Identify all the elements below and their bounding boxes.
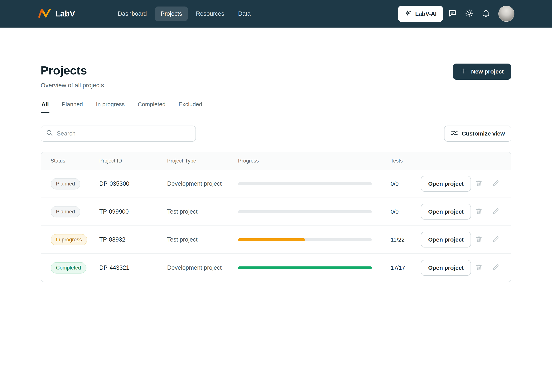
- project-type: Test project: [167, 236, 238, 243]
- delete-button[interactable]: [472, 232, 486, 247]
- labv-ai-button[interactable]: LabV-AI: [398, 6, 443, 22]
- tab-planned[interactable]: Planned: [61, 99, 84, 113]
- progress-bar: [238, 238, 372, 241]
- tab-all[interactable]: All: [41, 99, 50, 113]
- status-badge: Planned: [51, 178, 80, 189]
- user-avatar[interactable]: [498, 6, 515, 22]
- nav-item-projects[interactable]: Projects: [155, 7, 188, 21]
- table-header-row: Status Project ID Project-Type Progress …: [41, 152, 511, 170]
- status-filter-tabs: All Planned In progress Completed Exclud…: [41, 99, 511, 113]
- project-id: DP-443321: [99, 264, 167, 271]
- project-id: TP-83932: [99, 236, 167, 243]
- edit-button[interactable]: [488, 232, 503, 247]
- tests-count: 11/22: [391, 236, 421, 243]
- delete-button[interactable]: [472, 176, 486, 191]
- nav-item-dashboard[interactable]: Dashboard: [112, 7, 153, 21]
- edit-button[interactable]: [488, 260, 503, 275]
- bell-icon: [482, 9, 490, 19]
- new-project-button[interactable]: New project: [453, 63, 511, 80]
- column-header-project-type: Project-Type: [167, 158, 238, 164]
- edit-button[interactable]: [488, 204, 503, 219]
- settings-button[interactable]: [462, 6, 477, 21]
- page-subtitle: Overview of all projects: [41, 82, 104, 89]
- main-nav: Dashboard Projects Resources Data: [112, 7, 256, 21]
- table-row: Planned TP-099900 Test project 0/0 Open …: [41, 198, 511, 226]
- project-type: Test project: [167, 208, 238, 215]
- chat-button[interactable]: [445, 6, 460, 21]
- brand-logo: LabV: [37, 8, 75, 20]
- table-toolbar: Customize view: [41, 126, 511, 142]
- progress-bar: [238, 182, 372, 185]
- tab-excluded[interactable]: Excluded: [178, 99, 203, 113]
- tests-count: 17/17: [391, 265, 421, 271]
- open-project-button[interactable]: Open project: [421, 260, 471, 276]
- open-project-button[interactable]: Open project: [421, 204, 471, 220]
- tests-count: 0/0: [391, 181, 421, 187]
- progress-fill: [238, 238, 305, 241]
- labv-ai-label: LabV-AI: [415, 11, 437, 17]
- page-title: Projects: [41, 63, 104, 77]
- pencil-icon: [492, 263, 500, 272]
- column-header-project-id: Project ID: [99, 158, 167, 164]
- table-row: Planned DP-035300 Development project 0/…: [41, 170, 511, 198]
- page-header: Projects Overview of all projects New pr…: [41, 63, 511, 89]
- new-project-label: New project: [471, 68, 504, 75]
- delete-button[interactable]: [472, 260, 486, 275]
- tests-count: 0/0: [391, 209, 421, 215]
- gear-icon: [465, 9, 474, 19]
- app: LabV Dashboard Projects Resources Data L…: [0, 0, 552, 392]
- project-id: DP-035300: [99, 180, 167, 187]
- brand-name: LabV: [55, 9, 75, 18]
- notifications-button[interactable]: [478, 6, 494, 21]
- customize-view-button[interactable]: Customize view: [444, 126, 511, 142]
- search-input[interactable]: [57, 130, 191, 137]
- column-header-status: Status: [51, 158, 99, 164]
- nav-item-data[interactable]: Data: [232, 7, 256, 21]
- labv-logo-icon: [37, 8, 51, 20]
- sliders-icon: [450, 129, 458, 138]
- customize-view-label: Customize view: [462, 130, 505, 137]
- open-project-button[interactable]: Open project: [421, 232, 471, 247]
- open-project-button[interactable]: Open project: [421, 176, 471, 192]
- chat-icon: [448, 9, 457, 19]
- projects-table: Status Project ID Project-Type Progress …: [41, 152, 511, 282]
- tab-completed[interactable]: Completed: [137, 99, 166, 113]
- trash-icon: [475, 207, 483, 216]
- status-badge: In progress: [51, 234, 87, 245]
- pencil-icon: [492, 235, 500, 244]
- status-badge: Completed: [51, 262, 87, 273]
- progress-fill: [238, 266, 372, 269]
- search-icon: [46, 129, 53, 138]
- plus-icon: [460, 68, 467, 76]
- project-type: Development project: [167, 264, 238, 271]
- sparkles-icon: [404, 10, 412, 18]
- column-header-progress: Progress: [238, 158, 391, 164]
- search-box: [41, 126, 196, 142]
- top-navbar: LabV Dashboard Projects Resources Data L…: [0, 0, 552, 28]
- trash-icon: [475, 179, 483, 188]
- table-row: Completed DP-443321 Development project …: [41, 254, 511, 282]
- pencil-icon: [492, 207, 500, 216]
- project-type: Development project: [167, 180, 238, 187]
- table-row: In progress TP-83932 Test project 11/22 …: [41, 226, 511, 254]
- project-id: TP-099900: [99, 208, 167, 215]
- progress-bar: [238, 210, 372, 213]
- pencil-icon: [492, 179, 500, 188]
- edit-button[interactable]: [488, 176, 503, 191]
- trash-icon: [475, 235, 483, 244]
- column-header-tests: Tests: [391, 158, 421, 164]
- tab-in-progress[interactable]: In progress: [95, 99, 125, 113]
- nav-item-resources[interactable]: Resources: [190, 7, 230, 21]
- trash-icon: [475, 263, 483, 272]
- progress-bar: [238, 266, 372, 269]
- status-badge: Planned: [51, 206, 80, 217]
- delete-button[interactable]: [472, 204, 486, 219]
